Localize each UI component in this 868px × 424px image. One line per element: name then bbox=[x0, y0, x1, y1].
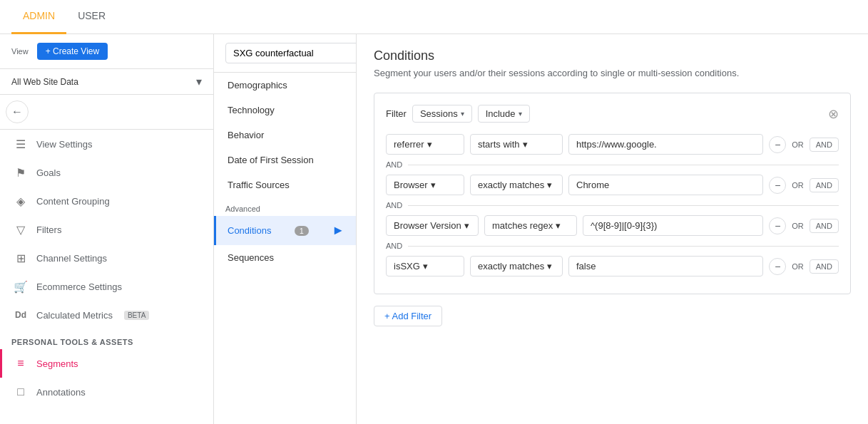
filter-close-button[interactable]: ⊗ bbox=[828, 106, 839, 122]
conditions-badge: 1 bbox=[295, 226, 309, 236]
and-btn-2[interactable]: AND bbox=[810, 178, 839, 192]
segment-menu-conditions[interactable]: Conditions 1 ► bbox=[214, 216, 356, 245]
value-input-3[interactable] bbox=[583, 215, 763, 236]
filter-box: Filter Sessions ▾ Include ▾ ⊗ referrer ▾ bbox=[374, 93, 851, 294]
middle-panel: Save Cancel Demographics Technology Beha… bbox=[214, 34, 357, 424]
left-sidebar: View + Create View All Web Site Data ▾ ←… bbox=[0, 34, 214, 424]
view-selector-text: All Web Site Data bbox=[11, 77, 193, 87]
value-input-1[interactable] bbox=[568, 134, 763, 155]
field-arrow-icon-1: ▾ bbox=[427, 139, 432, 150]
operator-value-1: starts with bbox=[478, 139, 520, 150]
sidebar-item-label: Channel Settings bbox=[36, 253, 107, 264]
segment-menu-demographics[interactable]: Demographics bbox=[214, 73, 356, 98]
segment-menu-technology[interactable]: Technology bbox=[214, 98, 356, 123]
create-view-button[interactable]: + Create View bbox=[37, 43, 108, 60]
operator-select-3[interactable]: matches regex ▾ bbox=[484, 215, 577, 236]
or-label-3: OR bbox=[789, 222, 807, 230]
filter-header: Filter Sessions ▾ Include ▾ ⊗ bbox=[386, 105, 839, 123]
field-arrow-icon-2: ▾ bbox=[431, 180, 436, 190]
view-settings-icon: ☰ bbox=[14, 137, 28, 151]
back-btn-row: ← bbox=[0, 95, 213, 130]
operator-arrow-icon-2: ▾ bbox=[547, 180, 552, 190]
segment-menu-traffic-sources[interactable]: Traffic Sources bbox=[214, 172, 356, 197]
remove-filter-btn-1[interactable]: − bbox=[769, 136, 786, 153]
operator-select-1[interactable]: starts with ▾ bbox=[470, 134, 563, 155]
sidebar-item-label: Ecommerce Settings bbox=[36, 281, 122, 292]
remove-filter-btn-4[interactable]: − bbox=[769, 258, 786, 275]
field-value-4: isSXG bbox=[394, 261, 420, 272]
filter-row-1: referrer ▾ starts with ▾ − OR AND bbox=[386, 134, 839, 155]
operator-value-3: matches regex bbox=[492, 220, 553, 231]
tab-user[interactable]: USER bbox=[66, 0, 117, 34]
filter-label: Filter bbox=[386, 108, 407, 119]
value-input-4[interactable] bbox=[568, 256, 763, 276]
add-filter-button[interactable]: + Add Filter bbox=[374, 306, 442, 326]
and-separator-2: AND bbox=[386, 201, 839, 210]
or-label-1: OR bbox=[789, 140, 807, 149]
conditions-title: Conditions bbox=[374, 48, 851, 63]
sidebar-item-segments[interactable]: ≡ Segments bbox=[0, 349, 213, 378]
back-button[interactable]: ← bbox=[6, 100, 29, 123]
and-separator-3: AND bbox=[386, 242, 839, 250]
include-type-dropdown[interactable]: Include ▾ bbox=[478, 105, 530, 123]
segment-menu-sequences[interactable]: Sequences bbox=[214, 245, 356, 270]
sidebar-item-filters[interactable]: ▽ Filters bbox=[0, 215, 213, 244]
sidebar-item-ecommerce-settings[interactable]: 🛒 Ecommerce Settings bbox=[0, 272, 213, 301]
filters-icon: ▽ bbox=[14, 222, 28, 237]
sidebar-item-label: Content Grouping bbox=[36, 196, 110, 207]
sidebar-item-calculated-metrics[interactable]: Dd Calculated Metrics BETA bbox=[0, 301, 213, 329]
filter-actions-2: − OR AND bbox=[769, 177, 839, 194]
sidebar-item-annotations[interactable]: □ Annotations bbox=[0, 378, 213, 406]
operator-value-2: exactly matches bbox=[478, 180, 544, 190]
view-selector[interactable]: All Web Site Data ▾ bbox=[0, 69, 213, 95]
filter-actions-3: − OR AND bbox=[769, 217, 839, 234]
goals-icon: ⚑ bbox=[14, 165, 28, 180]
sidebar-item-view-settings[interactable]: ☰ View Settings bbox=[0, 130, 213, 158]
or-label-4: OR bbox=[789, 262, 807, 271]
field-value-2: Browser bbox=[394, 180, 428, 190]
field-select-1[interactable]: referrer ▾ bbox=[386, 134, 464, 155]
sidebar-item-label: Filters bbox=[36, 224, 61, 235]
sidebar-item-content-grouping[interactable]: ◈ Content Grouping bbox=[0, 187, 213, 215]
operator-select-2[interactable]: exactly matches ▾ bbox=[470, 175, 563, 195]
content-grouping-icon: ◈ bbox=[14, 194, 28, 208]
segment-menu-date-first-session[interactable]: Date of First Session bbox=[214, 148, 356, 172]
conditions-subtitle: Segment your users and/or their sessions… bbox=[374, 68, 851, 78]
operator-value-4: exactly matches bbox=[478, 261, 544, 272]
and-btn-1[interactable]: AND bbox=[810, 138, 839, 152]
filter-row-4: isSXG ▾ exactly matches ▾ − OR AND bbox=[386, 256, 839, 276]
sidebar-item-label: Calculated Metrics bbox=[36, 310, 113, 321]
sidebar-item-label: Goals bbox=[36, 167, 61, 178]
operator-arrow-icon-1: ▾ bbox=[523, 139, 528, 150]
sidebar-item-label: Annotations bbox=[36, 387, 86, 398]
remove-filter-btn-2[interactable]: − bbox=[769, 177, 786, 194]
include-type-arrow-icon: ▾ bbox=[519, 110, 522, 118]
field-select-3[interactable]: Browser Version ▾ bbox=[386, 215, 479, 236]
sidebar-item-goals[interactable]: ⚑ Goals bbox=[0, 158, 213, 187]
operator-arrow-icon-4: ▾ bbox=[547, 261, 552, 272]
remove-filter-btn-3[interactable]: − bbox=[769, 217, 786, 234]
view-label: View bbox=[11, 47, 29, 56]
include-type-value: Include bbox=[486, 108, 516, 119]
filter-actions-4: − OR AND bbox=[769, 258, 839, 275]
sidebar-item-label: View Settings bbox=[36, 139, 93, 150]
field-select-4[interactable]: isSXG ▾ bbox=[386, 256, 464, 276]
session-type-arrow-icon: ▾ bbox=[461, 110, 464, 118]
segment-menu-behavior[interactable]: Behavior bbox=[214, 123, 356, 148]
field-value-1: referrer bbox=[394, 139, 424, 150]
filter-row-2: Browser ▾ exactly matches ▾ − OR AND bbox=[386, 175, 839, 195]
field-select-2[interactable]: Browser ▾ bbox=[386, 175, 464, 195]
main-layout: View + Create View All Web Site Data ▾ ←… bbox=[0, 34, 868, 424]
filter-row-3: Browser Version ▾ matches regex ▾ − OR A… bbox=[386, 215, 839, 236]
and-btn-4[interactable]: AND bbox=[810, 259, 839, 274]
and-btn-3[interactable]: AND bbox=[810, 219, 839, 233]
back-arrow-icon: ← bbox=[11, 105, 23, 118]
operator-select-4[interactable]: exactly matches ▾ bbox=[470, 256, 563, 276]
value-input-2[interactable] bbox=[568, 175, 763, 195]
view-section: View + Create View bbox=[0, 34, 213, 69]
session-type-dropdown[interactable]: Sessions ▾ bbox=[412, 105, 472, 123]
segments-icon: ≡ bbox=[14, 356, 28, 371]
sidebar-item-channel-settings[interactable]: ⊞ Channel Settings bbox=[0, 244, 213, 272]
filter-name-input[interactable] bbox=[225, 43, 357, 63]
tab-admin[interactable]: ADMIN bbox=[11, 0, 66, 34]
